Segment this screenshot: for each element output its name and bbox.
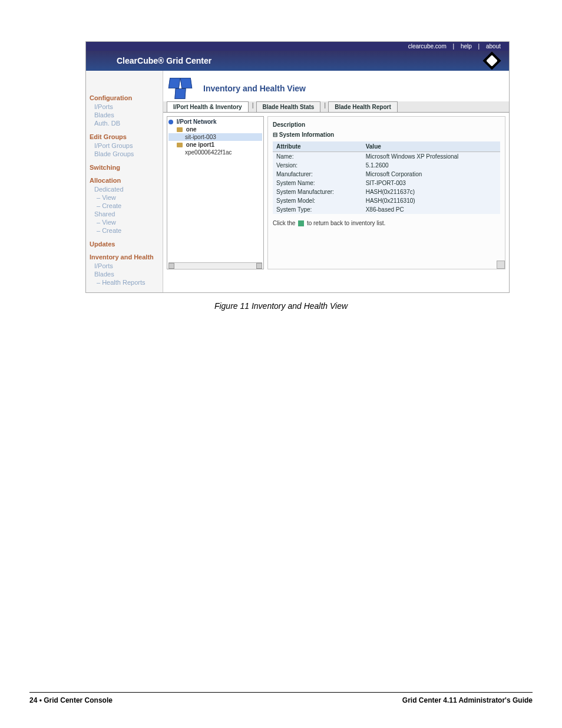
attr-value: Microsoft Windows XP Professional (362, 152, 500, 162)
nav-allocation[interactable]: Allocation (90, 177, 159, 184)
top-links-bar: clearcube.com | help | about (86, 42, 509, 51)
description-label: Description (273, 121, 500, 128)
brand-title: ClearCube® Grid Center (93, 56, 211, 65)
attr-name: Name: (273, 152, 362, 162)
app-window: clearcube.com | help | about ClearCube® … (85, 41, 510, 293)
nav-updates[interactable]: Updates (90, 241, 159, 248)
brand-bar: ClearCube® Grid Center (86, 51, 509, 71)
main-area: Configuration I/Ports Blades Auth. DB Ed… (86, 71, 509, 292)
attr-value: X86-based PC (362, 205, 500, 214)
attr-value: HASH(0x211637c) (362, 187, 500, 196)
tree-label: sit-iport-003 (185, 134, 216, 140)
attr-name: Manufacturer: (273, 170, 362, 179)
tree-node-one-iport1[interactable]: one iport1 (168, 141, 262, 149)
footer-right: Grid Center 4.11 Administrator's Guide (402, 696, 533, 704)
pipe: | (476, 43, 482, 50)
nav-blades[interactable]: Blades (90, 111, 159, 119)
tree-label: one (186, 126, 197, 133)
return-icon[interactable] (298, 220, 304, 226)
tree-root[interactable]: I/Port Network (168, 118, 262, 126)
hint-pre: Click the (273, 220, 295, 226)
nav-iports[interactable]: I/Ports (90, 103, 159, 111)
attr-name: Version: (273, 161, 362, 170)
link-help[interactable]: help (458, 43, 474, 50)
table-row: Manufacturer:Microsoft Corporation (273, 170, 500, 179)
tree-label: one iport1 (186, 141, 214, 148)
page-title: Inventory and Health View (203, 84, 306, 93)
system-information-header[interactable]: ⊟ System Information (273, 131, 500, 138)
sidebar-nav: Configuration I/Ports Blades Auth. DB Ed… (86, 71, 163, 292)
nav-configuration[interactable]: Configuration (90, 94, 159, 101)
nav-dedicated-create[interactable]: – Create (90, 202, 159, 210)
attr-name: System Manufacturer: (273, 187, 362, 196)
folder-icon (177, 143, 183, 147)
tree-label: xpe00006422f1ac (185, 149, 232, 156)
link-about[interactable]: about (484, 43, 503, 50)
tree-scrollbar[interactable] (168, 262, 262, 268)
scroll-right-icon[interactable] (256, 263, 262, 269)
page-footer: 24 • Grid Center Console Grid Center 4.1… (29, 692, 533, 704)
content-header: Inventory and Health View (163, 71, 509, 101)
detail-panel: Description ⊟ System Information Attribu… (267, 116, 505, 269)
attr-name: System Type: (273, 205, 362, 214)
attr-value: 5.1.2600 (362, 161, 500, 170)
scroll-left-icon[interactable] (168, 263, 174, 269)
tab-separator: | (322, 101, 328, 112)
nav-health-reports[interactable]: – Health Reports (90, 278, 159, 286)
tree-root-label: I/Port Network (177, 118, 217, 125)
attr-value: Microsoft Corporation (362, 170, 500, 179)
tree-node-one[interactable]: one (168, 126, 262, 133)
col-value: Value (362, 141, 500, 152)
nav-shared[interactable]: Shared (90, 210, 159, 218)
tree-leaf-sit-iport-003[interactable]: sit-iport-003 (168, 133, 262, 141)
nav-ih-blades[interactable]: Blades (90, 270, 159, 278)
folder-icon (177, 127, 183, 132)
nav-authdb[interactable]: Auth. DB (90, 119, 159, 127)
attr-value: HASH(0x2116310) (362, 196, 500, 205)
table-row: System Type:X86-based PC (273, 205, 500, 214)
tab-content: I/Port Network one sit-iport-003 one ipo… (163, 113, 509, 273)
nav-dedicated-view[interactable]: – View (90, 193, 159, 202)
table-row: Version:5.1.2600 (273, 161, 500, 170)
nav-shared-view[interactable]: – View (90, 218, 159, 226)
col-attribute: Attribute (273, 141, 362, 152)
nav-blade-groups[interactable]: Blade Groups (90, 150, 159, 158)
content-panel: Inventory and Health View I/Port Health … (163, 71, 509, 292)
tree-leaf-xpe[interactable]: xpe00006422f1ac (168, 149, 262, 156)
nav-dedicated[interactable]: Dedicated (90, 185, 159, 193)
attr-value: SIT-IPORT-003 (362, 179, 500, 187)
attr-name: System Model: (273, 196, 362, 205)
tab-bar: I/Port Health & Inventory | Blade Health… (163, 101, 509, 113)
table-row: Name:Microsoft Windows XP Professional (273, 152, 500, 162)
table-row: System Name:SIT-IPORT-003 (273, 179, 500, 187)
tab-iport-health[interactable]: I/Port Health & Inventory (167, 101, 249, 112)
return-hint: Click the to return back to inventory li… (273, 220, 500, 226)
figure-caption: Figure 11 Inventory and Health View (29, 301, 533, 311)
link-clearcube[interactable]: clearcube.com (406, 43, 449, 50)
nav-iport-groups[interactable]: I/Port Groups (90, 141, 159, 150)
cubes-icon (169, 78, 199, 99)
network-icon (168, 120, 173, 124)
system-info-table: Attribute Value Name:Microsoft Windows X… (273, 141, 500, 214)
footer-left: 24 • Grid Center Console (29, 696, 113, 704)
nav-shared-create[interactable]: – Create (90, 226, 159, 235)
nav-edit-groups[interactable]: Edit Groups (90, 133, 159, 140)
nav-ih-iports[interactable]: I/Ports (90, 262, 159, 270)
diamond-icon (482, 51, 501, 70)
table-row: System Manufacturer:HASH(0x211637c) (273, 187, 500, 196)
nav-inventory-health[interactable]: Inventory and Health (90, 253, 159, 261)
scroll-corner-icon[interactable] (497, 261, 505, 269)
nav-switching[interactable]: Switching (90, 164, 159, 171)
hint-post: to return back to inventory list. (307, 220, 385, 226)
pipe: | (451, 43, 457, 50)
attr-name: System Name: (273, 179, 362, 187)
tab-separator: | (250, 101, 256, 112)
table-row: System Model:HASH(0x2116310) (273, 196, 500, 205)
tree-panel: I/Port Network one sit-iport-003 one ipo… (167, 116, 264, 269)
tab-blade-stats[interactable]: Blade Health Stats (256, 101, 321, 112)
tab-blade-report[interactable]: Blade Health Report (328, 101, 398, 112)
